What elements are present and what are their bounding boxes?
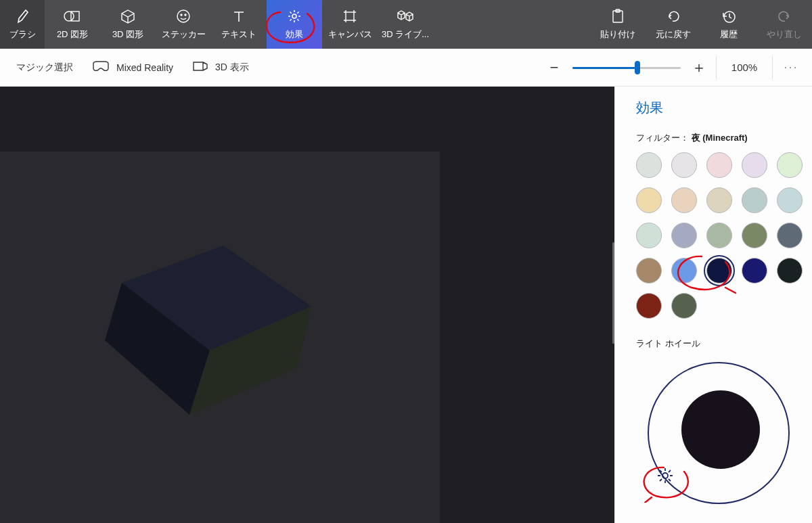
brush-icon: [16, 8, 29, 24]
filter-swatch[interactable]: [636, 258, 662, 283]
vertical-scrollbar[interactable]: [612, 242, 614, 344]
tool-sticker[interactable]: ステッカー: [156, 0, 211, 49]
toolbar-right-group: 貼り付け 元に戻す 履歴 やり直し: [590, 0, 812, 49]
cube-3d-object[interactable]: [81, 188, 332, 418]
svg-point-4: [185, 14, 186, 16]
label: テキスト: [221, 28, 256, 41]
separator: [772, 56, 773, 79]
label: 3D ライブ...: [382, 28, 429, 41]
filter-swatch[interactable]: [706, 152, 732, 178]
svg-rect-6: [346, 12, 354, 20]
sticker-icon: [176, 8, 191, 24]
filter-swatch[interactable]: [742, 152, 767, 178]
zoom-slider[interactable]: [572, 60, 681, 76]
filter-swatch[interactable]: [706, 187, 732, 213]
filter-prefix: フィルター：: [636, 133, 692, 143]
undo-icon: [666, 8, 681, 24]
paste-button[interactable]: 貼り付け: [590, 0, 646, 49]
effects-panel: 効果 フィルター： 夜 (Minecraft) ライト ホイール: [620, 87, 812, 523]
filter-swatch[interactable]: [671, 187, 697, 213]
text-icon: [232, 8, 246, 24]
canvas-icon: [342, 8, 357, 24]
tool-text[interactable]: テキスト: [211, 0, 267, 49]
label: 効果: [286, 28, 303, 41]
label: ブラシ: [9, 28, 36, 41]
svg-point-13: [662, 473, 668, 478]
filter-swatch[interactable]: [636, 223, 662, 248]
label: キャンバス: [328, 28, 372, 41]
filter-name: 夜 (Minecraft): [692, 133, 748, 143]
filter-swatch-grid: [636, 152, 801, 319]
zoom-in-button[interactable]: ＋: [686, 55, 712, 81]
redo-button[interactable]: やり直し: [757, 0, 812, 49]
tool-3d-shapes[interactable]: 3D 図形: [100, 0, 156, 49]
undo-button[interactable]: 元に戻す: [646, 0, 701, 49]
main-area: 効果 フィルター： 夜 (Minecraft) ライト ホイール: [0, 87, 812, 523]
filter-swatch[interactable]: [636, 293, 662, 319]
label: マジック選択: [16, 62, 73, 74]
toolbar-left-group: ブラシ 2D 図形 3D 図形 ステッカ: [0, 0, 433, 49]
history-icon: [721, 8, 736, 24]
shapes-3d-icon: [120, 8, 135, 24]
tool-3d-library[interactable]: 3D ライブ...: [378, 0, 433, 49]
magic-select-button[interactable]: マジック選択: [7, 49, 83, 86]
filter-swatch[interactable]: [706, 223, 732, 248]
svg-point-3: [181, 14, 182, 16]
label: 履歴: [720, 28, 738, 41]
filter-swatch[interactable]: [636, 187, 662, 213]
filter-swatch[interactable]: [671, 152, 697, 178]
filter-swatch[interactable]: [742, 187, 767, 213]
label: 3D 表示: [215, 62, 249, 74]
svg-point-2: [177, 10, 189, 22]
filter-swatch[interactable]: [636, 152, 662, 178]
filter-swatch[interactable]: [671, 223, 697, 248]
filter-swatch[interactable]: [777, 152, 803, 178]
sub-toolbar: マジック選択 Mixed Reality 3D 表示 − ＋ 100% ···: [0, 49, 812, 87]
light-wheel-center[interactable]: [681, 390, 760, 469]
label: 貼り付け: [600, 28, 635, 41]
sun-icon[interactable]: [656, 466, 675, 488]
label: 3D 図形: [112, 28, 143, 41]
view-3d-icon: [192, 60, 208, 74]
filter-swatch[interactable]: [742, 258, 767, 283]
paste-icon: [611, 8, 625, 24]
filter-swatch[interactable]: [777, 223, 803, 248]
light-wheel[interactable]: [648, 362, 790, 504]
redo-icon: [777, 8, 792, 24]
mixed-reality-icon: [92, 60, 110, 74]
light-wheel-label: ライト ホイール: [636, 338, 801, 350]
separator: [716, 56, 717, 79]
filter-swatch[interactable]: [777, 258, 803, 283]
slider-thumb[interactable]: [635, 61, 640, 74]
filter-label: フィルター： 夜 (Minecraft): [636, 132, 801, 144]
filter-swatch[interactable]: [671, 258, 697, 283]
library-3d-icon: [397, 8, 414, 24]
zoom-out-button[interactable]: −: [541, 55, 567, 81]
mixed-reality-button[interactable]: Mixed Reality: [83, 49, 183, 86]
more-button[interactable]: ···: [777, 60, 805, 74]
history-button[interactable]: 履歴: [701, 0, 757, 49]
label: Mixed Reality: [116, 62, 173, 73]
panel-title: 効果: [636, 99, 801, 117]
label: ステッカー: [162, 28, 206, 41]
label: 2D 図形: [57, 28, 88, 41]
filter-swatch[interactable]: [706, 258, 732, 283]
svg-point-0: [64, 12, 74, 21]
panel-separator: [614, 87, 620, 523]
label: 元に戻す: [656, 28, 691, 41]
filter-swatch[interactable]: [671, 293, 697, 319]
zoom-percent[interactable]: 100%: [721, 62, 768, 73]
tool-effects[interactable]: 効果: [267, 0, 322, 49]
slider-fill: [572, 67, 637, 69]
filter-swatch[interactable]: [777, 187, 803, 213]
tool-canvas[interactable]: キャンバス: [322, 0, 378, 49]
svg-point-5: [292, 14, 296, 18]
effects-icon: [287, 8, 302, 24]
view-3d-button[interactable]: 3D 表示: [183, 49, 258, 86]
filter-swatch[interactable]: [742, 223, 767, 248]
tool-2d-shapes[interactable]: 2D 図形: [45, 0, 100, 49]
label: やり直し: [767, 28, 802, 41]
canvas-viewport[interactable]: [0, 87, 614, 523]
shapes-2d-icon: [64, 8, 81, 24]
tool-brush[interactable]: ブラシ: [0, 0, 45, 49]
